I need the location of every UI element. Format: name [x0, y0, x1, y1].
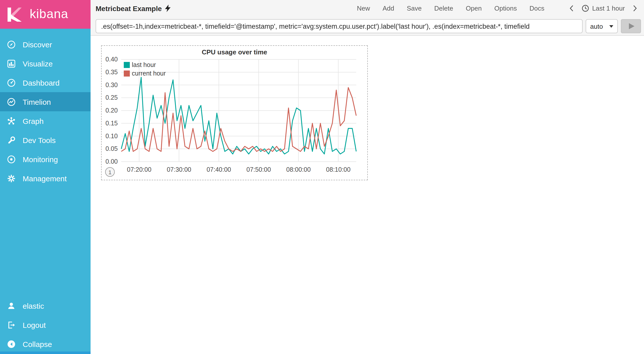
gauge-icon: [7, 78, 16, 87]
sheet-title-text: Metricbeat Example: [96, 4, 162, 12]
svg-text:0.10: 0.10: [105, 132, 118, 139]
timelion-expression-input[interactable]: [96, 19, 583, 33]
time-next-button[interactable]: [633, 5, 637, 12]
kibana-logo-text: kibana: [30, 6, 68, 21]
sidebar: kibana Discover Visualize: [0, 0, 91, 354]
svg-text:0.40: 0.40: [105, 56, 118, 63]
sidebar-item-user-elastic[interactable]: elastic: [0, 296, 91, 315]
svg-text:0.20: 0.20: [105, 107, 118, 114]
clock-icon: [582, 5, 589, 12]
sidebar-item-monitoring[interactable]: Monitoring: [0, 150, 91, 169]
sidebar-bottom-strip: [0, 351, 91, 354]
menu-item-docs[interactable]: Docs: [530, 5, 544, 12]
logout-icon: [7, 320, 16, 330]
chart-legend: last hour current hour: [124, 60, 166, 78]
svg-text:07:30:00: 07:30:00: [167, 166, 191, 173]
timelion-chart-panel[interactable]: 0.000.050.100.150.200.250.300.350.4007:2…: [101, 45, 368, 180]
kibana-logo-icon: [5, 4, 25, 24]
legend-label: current hour: [132, 70, 166, 77]
compass-icon: [7, 40, 16, 49]
chevron-down-icon: [609, 25, 613, 27]
chevron-left-icon: [570, 5, 574, 12]
svg-text:0.15: 0.15: [105, 120, 118, 127]
svg-text:0.30: 0.30: [105, 81, 118, 88]
sidebar-item-label: Timelion: [23, 97, 51, 106]
collapse-circle-icon: [7, 339, 16, 349]
chart-title: CPU usage over time: [102, 48, 367, 56]
eye-icon: [7, 154, 16, 164]
sidebar-item-label: Graph: [23, 117, 44, 125]
sidebar-item-label: Dev Tools: [23, 136, 56, 144]
sidebar-item-label: Dashboard: [23, 78, 60, 87]
sidebar-nav: Discover Visualize Dashboard: [0, 35, 91, 188]
svg-text:07:40:00: 07:40:00: [207, 166, 231, 173]
bar-chart-icon: [7, 59, 16, 68]
sidebar-item-label: Monitoring: [23, 155, 58, 163]
time-range-label: Last 1 hour: [592, 5, 625, 12]
wrench-icon: [7, 135, 16, 145]
sidebar-item-timelion[interactable]: Timelion: [0, 92, 91, 111]
gear-icon: [7, 173, 16, 183]
interval-value: auto: [590, 22, 603, 30]
legend-item-current-hour[interactable]: current hour: [124, 69, 166, 78]
legend-swatch: [124, 62, 130, 68]
sidebar-item-dashboard[interactable]: Dashboard: [0, 73, 91, 92]
run-expression-button[interactable]: [621, 19, 641, 33]
svg-text:08:00:00: 08:00:00: [286, 166, 311, 173]
menu-item-new[interactable]: New: [357, 5, 370, 12]
menu-item-save[interactable]: Save: [407, 5, 422, 12]
timelion-icon: [7, 97, 16, 107]
sidebar-item-graph[interactable]: Graph: [0, 111, 91, 130]
kibana-app: kibana Discover Visualize: [0, 0, 644, 354]
time-picker: Last 1 hour: [570, 5, 637, 12]
interval-select[interactable]: auto: [586, 19, 618, 33]
sheet-title: Metricbeat Example: [96, 4, 170, 12]
menu-item-add[interactable]: Add: [383, 5, 394, 12]
svg-text:0.35: 0.35: [105, 68, 118, 76]
sidebar-item-logout[interactable]: Logout: [0, 315, 91, 334]
svg-text:0.25: 0.25: [105, 94, 118, 101]
svg-text:07:50:00: 07:50:00: [246, 166, 271, 173]
menu-item-open[interactable]: Open: [466, 5, 482, 12]
sidebar-item-visualize[interactable]: Visualize: [0, 54, 91, 73]
legend-label: last hour: [132, 61, 156, 68]
top-nav-bar: Metricbeat Example New Add Save Delete O…: [91, 0, 644, 17]
sidebar-item-label: Visualize: [23, 59, 53, 68]
user-icon: [7, 301, 16, 310]
time-prev-button[interactable]: [570, 5, 574, 12]
topbar-menu: New Add Save Delete Open Options Docs: [357, 5, 637, 12]
play-icon: [629, 23, 634, 29]
menu-item-delete[interactable]: Delete: [434, 5, 453, 12]
graph-network-icon: [7, 116, 16, 126]
sidebar-item-label: Management: [23, 174, 67, 183]
lightning-bolt-icon: [165, 5, 170, 12]
svg-text:08:10:00: 08:10:00: [326, 166, 350, 173]
svg-text:0.05: 0.05: [105, 145, 118, 152]
timelion-query-bar: auto: [91, 17, 644, 36]
sidebar-item-management[interactable]: Management: [0, 169, 91, 188]
sidebar-item-discover[interactable]: Discover: [0, 35, 91, 54]
time-range-button[interactable]: Last 1 hour: [582, 5, 625, 12]
chevron-right-icon: [633, 5, 637, 12]
sidebar-item-collapse[interactable]: Collapse: [0, 334, 91, 353]
sidebar-item-label: elastic: [23, 301, 44, 310]
sidebar-footer: elastic Logout Collapse: [0, 296, 91, 353]
legend-item-last-hour[interactable]: last hour: [124, 60, 166, 69]
main-content: 0.000.050.100.150.200.250.300.350.4007:2…: [91, 36, 644, 354]
panel-number-badge: 1: [105, 167, 115, 177]
sidebar-item-label: Logout: [23, 321, 46, 329]
svg-text:07:20:00: 07:20:00: [127, 166, 151, 173]
kibana-logo[interactable]: kibana: [0, 0, 91, 29]
legend-swatch: [124, 70, 130, 76]
svg-text:0.00: 0.00: [105, 158, 118, 165]
sidebar-item-dev-tools[interactable]: Dev Tools: [0, 130, 91, 150]
sidebar-item-label: Collapse: [23, 340, 52, 348]
sidebar-item-label: Discover: [23, 40, 52, 49]
menu-item-options[interactable]: Options: [494, 5, 517, 12]
header: Metricbeat Example New Add Save Delete O…: [91, 0, 644, 36]
